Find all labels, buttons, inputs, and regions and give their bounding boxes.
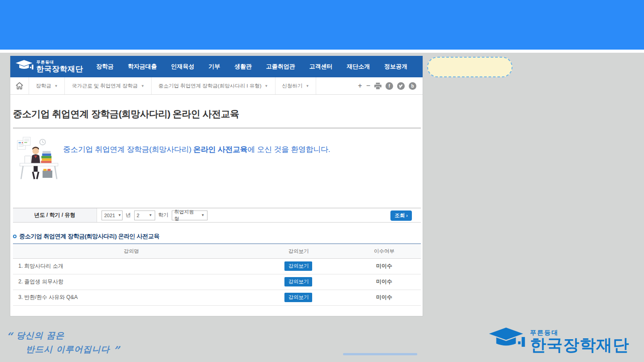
search-button[interactable]: 조회 › [390, 210, 412, 221]
nav-item-dormitory[interactable]: 생활관 [234, 63, 252, 71]
nav-item-loans[interactable]: 학자금대출 [128, 63, 157, 71]
type-select[interactable]: 취업지원형 ▼ [172, 210, 208, 220]
welcome-message: 중소기업 취업연계 장학금(희망사다리) 온라인 사전교육에 오신 것을 환영합… [63, 144, 330, 155]
course-name: 2. 졸업생 의무사항 [13, 274, 250, 290]
nav-item-donation[interactable]: 기부 [208, 63, 220, 71]
breadcrumb-scholarship[interactable]: 장학금 ▼ [29, 77, 65, 94]
section-header: 중소기업 취업연계 장학금(희망사다리) 온라인 사전교육 [13, 232, 421, 244]
column-header-view-lecture: 강의보기 [250, 245, 347, 258]
twitter-icon[interactable] [397, 82, 405, 90]
footer-logo: 푸른등대 한국장학재단 [489, 328, 629, 354]
section-bullet-icon [13, 235, 17, 238]
filter-row: 년도 / 학기 / 유형 2021 ▼ 년 2 ▼ 학기 취업지원형 ▼ 조회 [13, 208, 421, 223]
main-content: 중소기업 취업연계 장학금(희망사다리) 온라인 사전교육 [13, 95, 421, 306]
nav-item-customer-center[interactable]: 고객센터 [309, 63, 332, 71]
column-header-completion: 이수여부 [347, 245, 421, 258]
webpage-screenshot: 푸른등대 한국장학재단 장학금 학자금대출 인재육성 기부 생활관 고졸취업관 … [10, 56, 423, 316]
logo-name: 한국장학재단 [36, 65, 83, 73]
page-toolbar: + − f b [358, 77, 423, 94]
footer-logo-tagline: 푸른등대 [530, 329, 629, 336]
section-title: 중소기업 취업연계 장학금(희망사다리) 온라인 사전교육 [19, 232, 159, 240]
semester-unit-label: 학기 [158, 212, 169, 219]
chevron-down-icon: ▼ [201, 213, 205, 217]
course-table: 강의명 강의보기 이수여부 1. 희망사다리 소개 강의보기 미이수 2. 졸업… [13, 245, 421, 306]
horizontal-scrollbar[interactable] [343, 353, 417, 355]
semester-select[interactable]: 2 ▼ [134, 210, 155, 220]
chevron-down-icon: ▼ [141, 84, 144, 88]
chevron-down-icon: ▼ [55, 84, 58, 88]
year-unit-label: 년 [126, 212, 131, 219]
chevron-down-icon: ▼ [118, 213, 121, 217]
chevron-down-icon: ▼ [265, 84, 268, 88]
table-row: 2. 졸업생 의무사항 강의보기 미이수 [13, 274, 421, 290]
nav-item-scholarship[interactable]: 장학금 [96, 63, 114, 71]
breadcrumb-sme-scholarship[interactable]: 중소기업 취업연계 장학금(희망사다리 I 유형) ▼ [152, 77, 275, 94]
site-logo[interactable]: 푸른등대 한국장학재단 [10, 60, 87, 73]
chevron-down-icon: ▼ [306, 84, 309, 88]
zoom-out-icon[interactable]: − [366, 82, 370, 89]
nav-menu: 장학금 학자금대출 인재육성 기부 생활관 고졸취업관 고객센터 재단소개 정보… [87, 63, 423, 71]
completion-status: 미이수 [347, 258, 421, 274]
nav-item-about[interactable]: 재단소개 [347, 63, 370, 71]
slogan: “ 당신의 꿈은 반드시 이루어집니다 ” [6, 330, 120, 357]
nav-item-highschool-jobs[interactable]: 고졸취업관 [266, 63, 295, 71]
highlight-callout-box [427, 57, 513, 77]
welcome-section: 중소기업 취업연계 장학금(희망사다리) 온라인 사전교육에 오신 것을 환영합… [13, 128, 421, 208]
footer-logo-name: 한국장학재단 [530, 336, 629, 354]
nav-item-talent[interactable]: 인재육성 [171, 63, 194, 71]
home-icon [16, 82, 23, 89]
completion-status: 미이수 [347, 290, 421, 305]
page-title: 중소기업 취업연계 장학금(희망사다리) 온라인 사전교육 [13, 108, 421, 120]
nav-item-disclosure[interactable]: 정보공개 [384, 63, 407, 71]
table-row: 3. 반환/환수 사유와 Q&A 강의보기 미이수 [13, 290, 421, 305]
welcome-illustration [17, 136, 61, 183]
filter-label: 년도 / 학기 / 유형 [13, 208, 97, 222]
course-name: 3. 반환/환수 사유와 Q&A [13, 290, 250, 305]
completion-status: 미이수 [347, 274, 421, 290]
course-name: 1. 희망사다리 소개 [13, 258, 250, 274]
arrow-right-icon: › [406, 213, 407, 218]
main-navbar: 푸른등대 한국장학재단 장학금 학자금대출 인재육성 기부 생활관 고졸취업관 … [10, 56, 423, 77]
graduation-cap-icon [489, 328, 525, 354]
print-icon[interactable] [374, 83, 381, 89]
view-lecture-button[interactable]: 강의보기 [284, 261, 312, 271]
year-select[interactable]: 2021 ▼ [102, 210, 123, 220]
slide-top-banner [0, 0, 644, 50]
table-header-row: 강의명 강의보기 이수여부 [13, 245, 421, 258]
table-row: 1. 희망사다리 소개 강의보기 미이수 [13, 258, 421, 274]
column-header-course-name: 강의명 [13, 245, 250, 258]
close-quote: ” [113, 344, 120, 357]
blog-icon[interactable]: b [409, 82, 416, 90]
filter-controls: 2021 ▼ 년 2 ▼ 학기 취업지원형 ▼ [97, 210, 208, 220]
view-lecture-button[interactable]: 강의보기 [284, 277, 312, 286]
breadcrumb-apply[interactable]: 신청하기 ▼ [275, 77, 317, 94]
breadcrumb: 장학금 ▼ 국가근로 및 취업연계 장학금 ▼ 중소기업 취업연계 장학금(희망… [10, 77, 423, 95]
zoom-in-icon[interactable]: + [358, 82, 362, 89]
view-lecture-button[interactable]: 강의보기 [284, 293, 312, 302]
chevron-down-icon: ▼ [149, 213, 153, 217]
graduation-cap-icon [16, 60, 34, 73]
facebook-icon[interactable]: f [386, 82, 393, 90]
open-quote: “ [6, 330, 13, 343]
banner-divider [0, 50, 644, 53]
breadcrumb-work-scholarship[interactable]: 국가근로 및 취업연계 장학금 ▼ [65, 77, 152, 94]
logo-tagline: 푸른등대 [36, 60, 83, 64]
home-button[interactable] [10, 77, 29, 94]
